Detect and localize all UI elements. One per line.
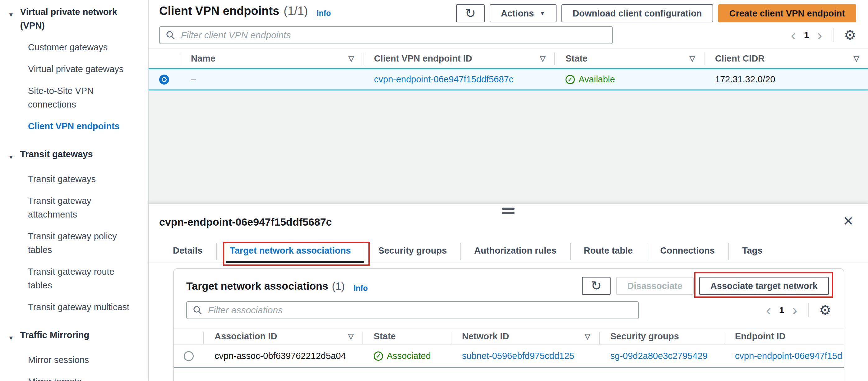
tab-tags[interactable]: Tags	[728, 241, 776, 263]
tab-label: Connections	[660, 246, 715, 255]
sidebar-item-mirror-sessions[interactable]: Mirror sessions	[8, 353, 148, 367]
tab-authorization-rules[interactable]: Authorization rules	[460, 241, 570, 263]
sidebar-section-label: Virtual private network (VPN)	[20, 5, 117, 32]
association-id-cell: cvpn-assoc-0bf639762212d5a04	[203, 351, 363, 361]
network-id-link[interactable]: subnet-0596ebfd975cdd125	[462, 351, 574, 361]
gear-icon[interactable]: ⚙	[819, 303, 831, 317]
sidebar-item-transit-gateway-route-tables[interactable]: Transit gateway route tables	[8, 265, 148, 292]
tab-security-groups[interactable]: Security groups	[365, 241, 461, 263]
sidebar-section-transit-header[interactable]: ▼ Transit gateways	[8, 147, 148, 164]
endpoints-toolbar: ↻ Actions ▼ Download client configuratio…	[456, 4, 856, 22]
page-title: Client VPN endpoints	[159, 4, 279, 18]
check-circle-icon: ✓	[565, 75, 575, 84]
disassociate-button-label: Disassociate	[627, 281, 682, 291]
sidebar-item-transit-gateways[interactable]: Transit gateways	[8, 172, 148, 186]
endpoint-state-cell: ✓ Available	[554, 74, 704, 85]
sidebar-section-vpn-header[interactable]: ▼ Virtual private network (VPN)	[8, 5, 148, 32]
column-label: Client CIDR	[715, 54, 765, 64]
info-link[interactable]: Info	[353, 284, 368, 293]
select-column-header	[174, 328, 203, 344]
column-label: Association ID	[215, 331, 277, 342]
associations-table-header: Association ID ▽ State Network ID ▽ Secu…	[174, 328, 844, 345]
next-page-icon[interactable]: ›	[793, 303, 798, 318]
select-column-header	[149, 49, 180, 68]
check-circle-icon: ✓	[374, 351, 383, 361]
column-header-client-cidr[interactable]: Client CIDR ▽	[704, 49, 868, 68]
actions-button[interactable]: Actions ▼	[490, 4, 557, 22]
chevron-down-icon: ▼	[539, 10, 545, 17]
associations-card-header: Target network associations (1) Info ↻ D…	[174, 269, 844, 295]
sort-icon: ▽	[689, 54, 695, 63]
column-header-endpoint-id[interactable]: Client VPN endpoint ID ▽	[363, 49, 554, 68]
column-label: Security groups	[610, 331, 679, 342]
association-endpoint-id-link[interactable]: cvpn-endpoint-06e947f15d	[735, 351, 842, 361]
endpoint-cidr-cell: 172.31.32.0/20	[704, 74, 868, 85]
refresh-button[interactable]: ↻	[456, 4, 485, 22]
associations-card-count: (1)	[332, 280, 345, 292]
column-header-network-id[interactable]: Network ID ▽	[451, 328, 599, 344]
info-link[interactable]: Info	[317, 9, 331, 18]
sort-icon: ▽	[854, 54, 859, 63]
column-header-association-id[interactable]: Association ID ▽	[203, 328, 363, 344]
associations-filter-input[interactable]	[207, 305, 633, 316]
column-label: State	[374, 331, 396, 342]
tab-connections[interactable]: Connections	[647, 241, 729, 263]
endpoint-id-link[interactable]: cvpn-endpoint-06e947f15ddf5687c	[374, 74, 513, 84]
security-groups-cell: sg-09d2a80e3c2795429	[599, 351, 724, 361]
sidebar-section-traffic-header[interactable]: ▼ Traffic Mirroring	[8, 328, 148, 345]
column-header-security-groups[interactable]: Security groups	[599, 328, 724, 344]
status-text: Associated	[387, 351, 431, 361]
column-header-endpoint-id[interactable]: Endpoint ID	[724, 328, 844, 344]
sidebar-item-client-vpn-endpoints[interactable]: Client VPN endpoints	[8, 119, 148, 133]
tab-route-table[interactable]: Route table	[570, 241, 647, 263]
tab-label: Route table	[584, 246, 633, 255]
sidebar-item-virtual-private-gateways[interactable]: Virtual private gateways	[8, 62, 148, 76]
security-group-link[interactable]: sg-09d2a80e3c2795429	[610, 351, 708, 361]
sidebar-item-transit-gateway-policy-tables[interactable]: Transit gateway policy tables	[8, 229, 148, 257]
sidebar-item-site-to-site-vpn-connections[interactable]: Site-to-Site VPN connections	[8, 84, 148, 111]
section-expanded-icon: ▼	[8, 328, 14, 345]
endpoints-header-block: Client VPN endpoints (1/1) Info ↻ Action…	[149, 0, 868, 49]
association-table-row[interactable]: cvpn-assoc-0bf639762212d5a04 ✓ Associate…	[174, 345, 844, 368]
panel-resize-handle[interactable]	[502, 208, 515, 214]
next-page-icon[interactable]: ›	[817, 28, 822, 42]
disassociate-button[interactable]: Disassociate	[616, 277, 693, 295]
tab-label: Security groups	[378, 246, 447, 255]
sidebar-item-transit-gateway-attachments[interactable]: Transit gateway attachments	[8, 194, 148, 221]
endpoints-filter-input[interactable]	[180, 30, 607, 41]
associations-refresh-button[interactable]: ↻	[582, 277, 611, 295]
current-page-number[interactable]: 1	[804, 30, 809, 40]
endpoint-table-row[interactable]: – cvpn-endpoint-06e947f15ddf5687c ✓ Avai…	[149, 68, 868, 90]
row-radio-unselected[interactable]	[184, 351, 194, 361]
gear-icon[interactable]: ⚙	[844, 28, 856, 42]
endpoints-title-row: Client VPN endpoints (1/1) Info ↻ Action…	[159, 4, 856, 22]
download-client-configuration-button[interactable]: Download client configuration	[561, 4, 713, 22]
sidebar-item-mirror-targets[interactable]: Mirror targets	[8, 375, 148, 381]
pagination-divider	[833, 28, 834, 42]
previous-page-icon[interactable]: ‹	[766, 303, 771, 318]
associate-target-network-button[interactable]: Associate target network	[699, 277, 829, 295]
current-page-number[interactable]: 1	[779, 305, 784, 315]
tab-label: Authorization rules	[474, 246, 556, 255]
create-client-vpn-endpoint-button[interactable]: Create client VPN endpoint	[718, 4, 856, 22]
tab-target-network-associations[interactable]: Target network associations	[216, 241, 364, 263]
endpoint-detail-panel: ✕ cvpn-endpoint-06e947f15ddf5687c Detail…	[149, 203, 868, 381]
previous-page-icon[interactable]: ‹	[791, 28, 796, 42]
sidebar-item-transit-gateway-multicast[interactable]: Transit gateway multicast	[8, 300, 148, 314]
tab-label: Target network associations	[230, 246, 351, 255]
associations-pagination: ‹ 1 › ⚙	[766, 303, 831, 318]
row-select-cell	[149, 74, 180, 85]
column-header-name[interactable]: Name ▽	[180, 49, 363, 68]
column-header-state[interactable]: State ▽	[554, 49, 704, 68]
endpoints-table-header: Name ▽ Client VPN endpoint ID ▽ State ▽ …	[149, 49, 868, 68]
associations-toolbar: ↻ Disassociate Associate target network	[582, 277, 829, 295]
sidebar-section-label: Transit gateways	[20, 147, 93, 161]
row-radio-selected[interactable]	[159, 74, 169, 85]
associations-search-box	[186, 301, 639, 319]
sidebar-section-transit-gateways: ▼ Transit gateways Transit gateways Tran…	[8, 147, 148, 314]
sidebar-item-customer-gateways[interactable]: Customer gateways	[8, 40, 148, 54]
column-header-state[interactable]: State	[363, 328, 451, 344]
section-expanded-icon: ▼	[8, 5, 14, 22]
close-icon[interactable]: ✕	[843, 215, 854, 228]
tab-details[interactable]: Details	[159, 241, 216, 263]
